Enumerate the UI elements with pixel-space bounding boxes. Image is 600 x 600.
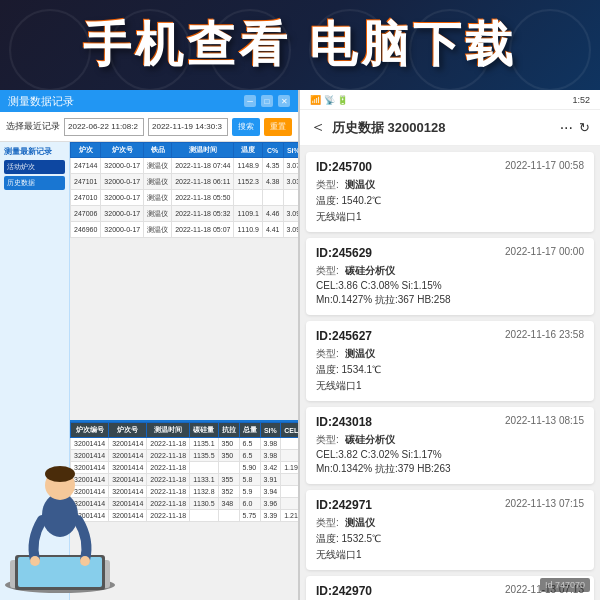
reset-button[interactable]: 重置 — [264, 118, 292, 136]
bt-col8: CEL — [281, 423, 298, 438]
sidebar-item-active[interactable]: 活动炉次 — [4, 160, 65, 174]
maximize-btn[interactable]: □ — [261, 95, 273, 107]
card-temp-5: 温度: 1532.5℃ — [316, 532, 584, 546]
type-value-3: 测温仪 — [345, 347, 375, 361]
card-date-1: 2022-11-17 00:58 — [505, 160, 584, 174]
pc-window: 测量数据记录 ─ □ ✕ 选择最近记录 搜索 重置 测量最新记录 活动炉次 历史… — [0, 90, 298, 600]
bt-col7: Si% — [260, 423, 281, 438]
type-label-4: 类型: — [316, 433, 339, 447]
bt-col2: 炉次号 — [109, 423, 147, 438]
col-type: 铁品 — [144, 143, 172, 158]
card-id-1: ID:245700 — [316, 160, 372, 174]
sidebar-item-history[interactable]: 历史数据 — [4, 176, 65, 190]
table-row: 32001414 32001414 2022-11-18 5.90 3.42 1… — [71, 462, 299, 474]
type-label-2: 类型: — [316, 264, 339, 278]
table-row: 247010 32000-0-17 测温仪 2022-11-18 05:50 — [71, 190, 299, 206]
card-id-5: ID:242971 — [316, 498, 372, 512]
table-row: 247006 32000-0-17 测温仪 2022-11-18 05:32 1… — [71, 206, 299, 222]
table-row: 32001414 32001414 2022-11-18 1135.1 350 … — [71, 438, 299, 450]
menu-dots-button[interactable]: ··· — [560, 119, 573, 137]
bt-col1: 炉次编号 — [71, 423, 109, 438]
pc-titlebar: 测量数据记录 ─ □ ✕ — [0, 90, 298, 112]
top-banner: 手机查看 电脑下载 — [0, 0, 600, 90]
card-data-2a: CEL:3.86 C:3.08% Si:1.15% — [316, 280, 584, 291]
mobile-navbar: ＜ 历史数据 32000128 ··· ↻ — [300, 110, 600, 146]
card-port-3: 无线端口1 — [316, 379, 584, 393]
mobile-title: 历史数据 32000128 — [332, 119, 554, 137]
bt-col6: 总量 — [239, 423, 260, 438]
search-button[interactable]: 搜索 — [232, 118, 260, 136]
bottom-table: 炉次编号 炉次号 测温时间 碳硅量 抗拉 总量 Si% CEL HB — [70, 422, 298, 522]
main-table: 炉次 炉次号 铁品 测温时间 温度 C% Si% CEL 抗拉 结果 — [70, 142, 298, 238]
card-date-2: 2022-11-17 00:00 — [505, 246, 584, 260]
card-date-5: 2022-11-13 07:15 — [505, 498, 584, 512]
date-start-input[interactable] — [64, 118, 144, 136]
type-label-1: 类型: — [316, 178, 339, 192]
mobile-card-2[interactable]: ID:245629 2022-11-17 00:00 类型: 碳硅分析仪 CEL… — [306, 238, 594, 315]
date-end-input[interactable] — [148, 118, 228, 136]
refresh-button[interactable]: ↻ — [579, 120, 590, 135]
bt-col4: 碳硅量 — [190, 423, 218, 438]
col-si: Si% — [283, 143, 298, 158]
table-row: 247101 32000-0-17 测温仪 2022-11-18 06:11 1… — [71, 174, 299, 190]
card-data-4a: CEL:3.82 C:3.02% Si:1.17% — [316, 449, 584, 460]
table-row: 32001414 32001414 2022-11-18 1135.5 350 … — [71, 450, 299, 462]
bt-col5: 抗拉 — [218, 423, 239, 438]
type-value-5: 测温仪 — [345, 516, 375, 530]
mobile-frame: 📶 📡 🔋 1:52 ＜ 历史数据 32000128 ··· ↻ ID:2457… — [300, 90, 600, 600]
table-row: 32001414 32001414 2022-11-18 1132.8 352 … — [71, 486, 299, 498]
table-row: 32001414 32001414 2022-11-18 1133.1 355 … — [71, 474, 299, 486]
left-panel: 测量数据记录 ─ □ ✕ 选择最近记录 搜索 重置 测量最新记录 活动炉次 历史… — [0, 90, 300, 600]
card-port-1: 无线端口1 — [316, 210, 584, 224]
table-row: 32001414 32001414 2022-11-18 5.75 3.39 1… — [71, 510, 299, 522]
card-id-6: ID:242970 — [316, 584, 372, 598]
type-value-1: 测温仪 — [345, 178, 375, 192]
right-panel: 📶 📡 🔋 1:52 ＜ 历史数据 32000128 ··· ↻ ID:2457… — [300, 90, 600, 600]
col-furnace: 炉次 — [71, 143, 101, 158]
card-id-2: ID:245629 — [316, 246, 372, 260]
type-label-3: 类型: — [316, 347, 339, 361]
card-data-4b: Mn:0.1342% 抗拉:379 HB:263 — [316, 462, 584, 476]
table-row: 32001414 32001414 2022-11-18 1130.5 348 … — [71, 498, 299, 510]
sidebar-title: 测量最新记录 — [4, 146, 65, 157]
card-data-2b: Mn:0.1427% 抗拉:367 HB:258 — [316, 293, 584, 307]
mobile-card-4[interactable]: ID:243018 2022-11-13 08:15 类型: 碳硅分析仪 CEL… — [306, 407, 594, 484]
pc-sidebar: 测量最新记录 活动炉次 历史数据 — [0, 142, 70, 600]
mobile-card-1[interactable]: ID:245700 2022-11-17 00:58 类型: 测温仪 温度: 1… — [306, 152, 594, 232]
status-icons-left: 📶 📡 🔋 — [310, 95, 348, 105]
minimize-btn[interactable]: ─ — [244, 95, 256, 107]
type-value-4: 碳硅分析仪 — [345, 433, 395, 447]
mobile-card-5[interactable]: ID:242971 2022-11-13 07:15 类型: 测温仪 温度: 1… — [306, 490, 594, 570]
status-time: 1:52 — [572, 95, 590, 105]
card-date-3: 2022-11-16 23:58 — [505, 329, 584, 343]
table-row: 246960 32000-0-17 测温仪 2022-11-18 05:07 1… — [71, 222, 299, 238]
pc-table-area: 炉次 炉次号 铁品 测温时间 温度 C% Si% CEL 抗拉 结果 — [70, 142, 298, 600]
close-btn[interactable]: ✕ — [278, 95, 290, 107]
main-area: 测量数据记录 ─ □ ✕ 选择最近记录 搜索 重置 测量最新记录 活动炉次 历史… — [0, 90, 600, 600]
col-c: C% — [262, 143, 283, 158]
mobile-card-3[interactable]: ID:245627 2022-11-16 23:58 类型: 测温仪 温度: 1… — [306, 321, 594, 401]
card-temp-1: 温度: 1540.2℃ — [316, 194, 584, 208]
card-date-4: 2022-11-13 08:15 — [505, 415, 584, 429]
bt-col3: 测温时间 — [147, 423, 190, 438]
table-row: 247144 32000-0-17 测温仪 2022-11-18 07:44 1… — [71, 158, 299, 174]
mobile-statusbar: 📶 📡 🔋 1:52 — [300, 90, 600, 110]
pc-content: 测量最新记录 活动炉次 历史数据 炉次 炉次号 铁品 — [0, 142, 298, 600]
bottom-table-area: 炉次编号 炉次号 测温时间 碳硅量 抗拉 总量 Si% CEL HB — [70, 420, 298, 600]
card-id-4: ID:243018 — [316, 415, 372, 429]
col-temp: 温度 — [234, 143, 262, 158]
type-value-2: 碳硅分析仪 — [345, 264, 395, 278]
back-button[interactable]: ＜ — [310, 117, 326, 138]
toolbar-label: 选择最近记录 — [6, 120, 60, 133]
pc-titlebar-text: 测量数据记录 — [8, 94, 239, 109]
mobile-card-list: ID:245700 2022-11-17 00:58 类型: 测温仪 温度: 1… — [300, 146, 600, 600]
card-temp-3: 温度: 1534.1℃ — [316, 363, 584, 377]
card-id-3: ID:245627 — [316, 329, 372, 343]
type-label-5: 类型: — [316, 516, 339, 530]
banner-text: 手机查看 电脑下载 — [83, 13, 516, 77]
card-port-5: 无线端口1 — [316, 548, 584, 562]
col-time: 测温时间 — [172, 143, 234, 158]
pc-toolbar: 选择最近记录 搜索 重置 — [0, 112, 298, 142]
id-badge: Id 747070 — [540, 578, 590, 592]
col-furnaceno: 炉次号 — [101, 143, 144, 158]
